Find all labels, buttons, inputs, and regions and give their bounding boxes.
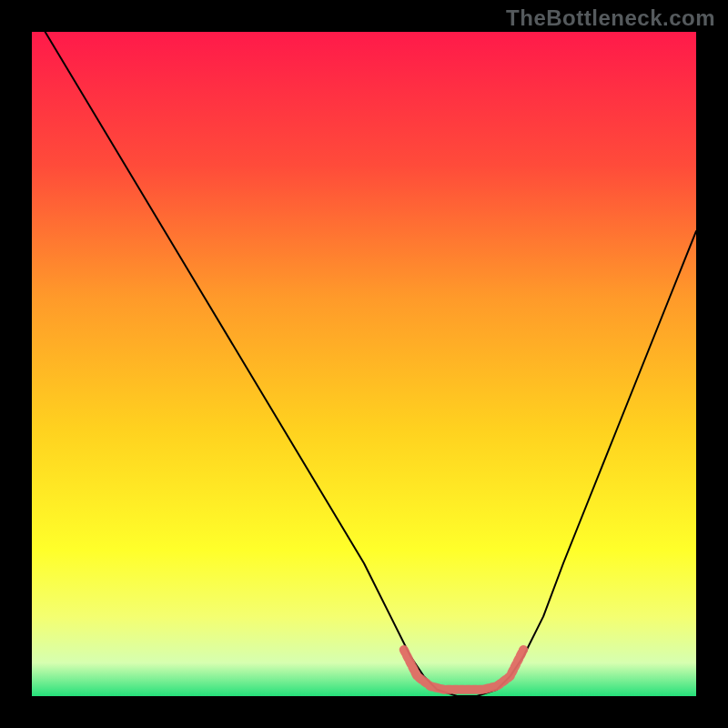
bottleneck-chart: [32, 32, 696, 696]
watermark-text: TheBottleneck.com: [506, 5, 715, 31]
gradient-background: [32, 32, 696, 696]
chart-frame: TheBottleneck.com: [0, 0, 728, 728]
